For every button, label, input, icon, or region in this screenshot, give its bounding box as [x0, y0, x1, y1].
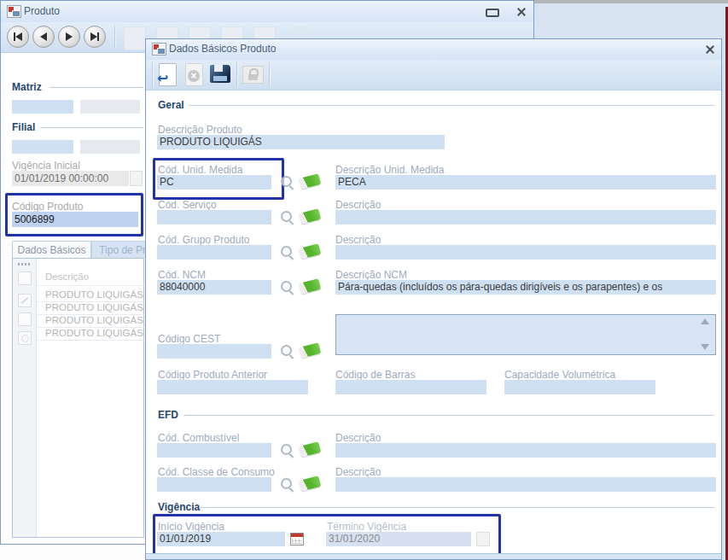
cest-clear-icon[interactable]	[299, 342, 322, 359]
dialog-close-button[interactable]	[705, 44, 715, 55]
inicio-vigencia-label: Início Vigência	[158, 521, 224, 533]
next-record-button[interactable]	[58, 26, 80, 48]
servico-desc-label: Descrição	[335, 199, 381, 211]
inicio-vigencia-calendar-icon[interactable]	[290, 533, 304, 545]
termino-vigencia-label: Término Vigência	[327, 521, 406, 533]
toolbar-separator	[152, 62, 153, 87]
classe-consumo-field[interactable]	[157, 477, 271, 492]
last-record-button[interactable]	[84, 26, 106, 48]
cest-scroll-up-icon[interactable]	[701, 318, 709, 324]
descricao-produto-label: Descrição Produto	[158, 124, 242, 136]
save-row-icon[interactable]	[18, 312, 32, 326]
classe-consumo-desc-field	[335, 477, 716, 492]
grupo-produto-field[interactable]	[157, 245, 271, 260]
section-efd: EFD	[158, 409, 178, 421]
save-button[interactable]	[209, 62, 232, 87]
toolbar-separator	[114, 26, 115, 49]
next-arrow-icon	[66, 32, 73, 41]
capacidade-field[interactable]	[504, 380, 655, 394]
unid-medida-clear-icon[interactable]	[299, 173, 322, 190]
combustivel-desc-field	[335, 443, 716, 458]
unid-medida-search-icon[interactable]	[281, 176, 294, 190]
dialog-titlebar: Dados Básicos Produto	[146, 39, 721, 61]
unid-medida-desc-label: Descrição Unid. Medida	[335, 164, 444, 176]
previous-record-button[interactable]	[32, 26, 55, 48]
cest-field[interactable]	[157, 344, 271, 359]
matriz-desc-field	[80, 100, 140, 114]
servico-field[interactable]	[157, 210, 271, 225]
first-record-button[interactable]	[7, 26, 29, 48]
inicio-vigencia-field[interactable]: 01/01/2019	[157, 532, 285, 546]
section-geral: Geral	[158, 99, 184, 111]
ncm-desc-field: Pára-quedas (incluídos os pára-quedas di…	[335, 280, 716, 295]
ncm-search-icon[interactable]	[281, 281, 294, 295]
section-efd-line	[183, 415, 714, 416]
grupo-produto-desc-field	[335, 245, 716, 260]
cancel-button[interactable]: ×	[183, 62, 206, 87]
filial-code-field[interactable]	[12, 140, 73, 154]
unid-medida-label: Cód. Unid. Medida	[158, 164, 242, 176]
grid-row-line	[37, 340, 144, 341]
ncm-label: Cód. NCM	[158, 269, 206, 281]
cest-multiline-field[interactable]	[335, 314, 716, 355]
filial-group-line	[40, 127, 143, 128]
codigo-barras-label: Código de Barras	[335, 369, 415, 381]
grid-header-line	[37, 285, 144, 286]
last-bar	[97, 32, 99, 41]
servico-search-icon[interactable]	[281, 211, 294, 225]
lock-icon	[242, 66, 264, 84]
edit-row-icon[interactable]	[18, 294, 32, 307]
previous-arrow-icon	[40, 32, 47, 41]
classe-consumo-clear-icon[interactable]	[299, 475, 322, 492]
servico-clear-icon[interactable]	[299, 208, 322, 225]
grid-mini-toolbar	[13, 259, 37, 537]
cest-scroll-down-icon[interactable]	[701, 344, 709, 350]
background-window-edge	[534, 0, 728, 3]
cest-search-icon[interactable]	[281, 345, 294, 359]
grid-row[interactable]: PRODUTO LIQUIGÁS	[45, 302, 143, 312]
termino-vigencia-field: 31/01/2020	[326, 532, 471, 546]
produto-anterior-field[interactable]	[157, 380, 308, 394]
produto-window-icon	[7, 5, 21, 18]
dialog-title: Dados Básicos Produto	[169, 43, 276, 55]
new-row-icon[interactable]	[18, 271, 32, 285]
tab-dados-basicos[interactable]: Dados Básicos	[12, 241, 91, 258]
grid-row[interactable]: PRODUTO LIQUIGÁS	[45, 315, 143, 325]
section-vigencia: Vigência	[158, 501, 200, 513]
minimize-button[interactable]	[486, 9, 499, 17]
grid-row[interactable]: PRODUTO LIQUIGÁS	[45, 289, 143, 300]
cancel-x-icon: ×	[188, 70, 200, 82]
section-vigencia-line	[199, 507, 714, 508]
combustivel-clear-icon[interactable]	[299, 441, 322, 458]
grupo-produto-search-icon[interactable]	[281, 246, 294, 260]
codigo-produto-label: Código Produto	[12, 201, 83, 213]
cest-label: Código CEST	[158, 333, 220, 345]
back-button[interactable]: ↩	[156, 62, 179, 87]
combustivel-search-icon[interactable]	[281, 444, 294, 458]
classe-consumo-search-icon[interactable]	[281, 478, 294, 492]
matriz-group-line	[50, 87, 143, 88]
matriz-code-field[interactable]	[12, 100, 73, 114]
ncm-clear-icon[interactable]	[299, 278, 322, 295]
classe-consumo-desc-label: Descrição	[335, 466, 381, 478]
grid-column-header: Descrição	[45, 271, 89, 282]
dados-basicos-dialog: Dados Básicos Produto ↩ × Geral	[145, 38, 722, 560]
dados-basicos-panel: Descrição PRODUTO LIQUIGÁS PRODUTO LIQUI…	[12, 258, 144, 538]
preview-row-icon[interactable]	[18, 331, 32, 345]
descricao-produto-field[interactable]: PRODUTO LIQUIGÁS	[157, 135, 445, 149]
combustivel-label: Cód. Combustível	[158, 432, 239, 444]
unid-medida-field[interactable]: PC	[157, 175, 271, 190]
toolbar-separator	[236, 62, 237, 87]
last-arrow-icon	[90, 32, 97, 41]
combustivel-field[interactable]	[157, 443, 271, 458]
unid-medida-desc-field: PECA	[335, 175, 716, 190]
grupo-produto-clear-icon[interactable]	[299, 243, 322, 260]
grupo-produto-desc-label: Descrição	[335, 234, 381, 246]
codigo-produto-field[interactable]: 5006899	[12, 212, 138, 227]
produto-anterior-label: Código Produto Anterior	[158, 369, 267, 381]
produto-close-button[interactable]	[516, 7, 527, 17]
ncm-field[interactable]: 88040000	[157, 280, 271, 295]
grid-row[interactable]: PRODUTO LIQUIGÁS	[45, 328, 143, 338]
drag-handle-dots[interactable]	[18, 263, 31, 265]
codigo-barras-field[interactable]	[335, 380, 486, 394]
